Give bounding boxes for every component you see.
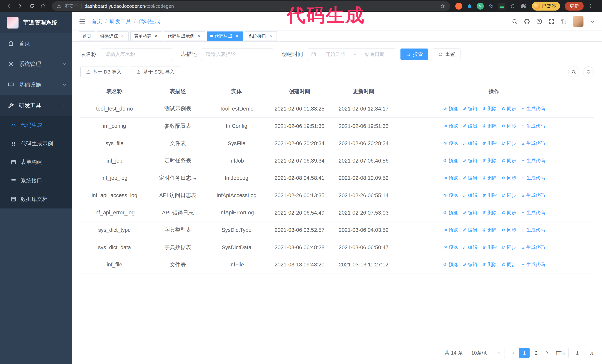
page-button[interactable]: 1	[519, 348, 530, 358]
view-tab[interactable]: 代码生成示例×	[164, 31, 205, 41]
edit-link[interactable]: 编辑	[463, 123, 477, 129]
view-tab[interactable]: 表单构建×	[130, 31, 162, 41]
help-icon[interactable]	[536, 18, 542, 25]
toggle-search-button[interactable]	[568, 66, 579, 77]
sidebar-subitem[interactable]: 数据库文档	[0, 190, 72, 208]
browser-reload-button[interactable]	[27, 1, 37, 11]
preview-link[interactable]: 预览	[443, 123, 458, 129]
delete-link[interactable]: 删除	[482, 123, 497, 129]
bookmark-star-icon[interactable]	[440, 3, 445, 9]
create-time-range-picker[interactable]: 开始日期 - 结束日期	[307, 49, 396, 60]
delete-link[interactable]: 删除	[482, 227, 497, 233]
preview-link[interactable]: 预览	[443, 227, 458, 233]
import-sql-button[interactable]: 基于 SQL 导入	[131, 66, 180, 77]
address-bar[interactable]: 不安全 dashboard.yudao.iocoder.cn/tool/code…	[52, 1, 450, 11]
preview-link[interactable]: 预览	[443, 140, 458, 146]
generate-code-link[interactable]: 生成代码	[521, 261, 545, 268]
edit-link[interactable]: 编辑	[463, 140, 477, 146]
close-icon[interactable]: ×	[120, 33, 125, 39]
edit-link[interactable]: 编辑	[463, 210, 477, 216]
sync-link[interactable]: 同步	[502, 227, 516, 233]
browser-home-button[interactable]	[39, 1, 48, 11]
delete-link[interactable]: 删除	[482, 261, 497, 268]
generate-code-link[interactable]: 生成代码	[521, 244, 545, 250]
preview-link[interactable]: 预览	[443, 175, 458, 181]
caret-down-icon[interactable]	[589, 18, 596, 25]
search-icon[interactable]	[512, 18, 518, 25]
profile-chip[interactable]: 已暂停	[532, 2, 560, 10]
page-button[interactable]: 2	[531, 348, 541, 358]
sync-link[interactable]: 同步	[502, 123, 516, 129]
sidebar-subitem[interactable]: 表单构建	[0, 153, 72, 171]
extensions-puzzle-icon[interactable]	[520, 3, 527, 10]
extension-icon[interactable]	[487, 3, 494, 10]
import-db-button[interactable]: 基于 DB 导入	[80, 66, 127, 77]
app-logo[interactable]: 芋道管理系统	[0, 12, 72, 33]
generate-code-link[interactable]: 生成代码	[521, 157, 545, 164]
delete-link[interactable]: 删除	[482, 175, 497, 181]
view-tab[interactable]: 链路追踪×	[97, 31, 129, 41]
sync-link[interactable]: 同步	[502, 105, 516, 112]
close-icon[interactable]: ×	[268, 33, 273, 39]
user-avatar[interactable]	[573, 16, 583, 27]
sync-link[interactable]: 同步	[502, 244, 516, 250]
sidebar-item[interactable]: 基础设施	[0, 74, 72, 95]
extension-icon[interactable]	[466, 3, 473, 10]
sync-link[interactable]: 同步	[502, 140, 516, 146]
edit-link[interactable]: 编辑	[463, 105, 477, 112]
github-icon[interactable]	[524, 18, 530, 25]
font-size-icon[interactable]	[560, 18, 567, 25]
view-tab[interactable]: 代码生成×	[207, 31, 243, 41]
browser-back-button[interactable]	[4, 1, 14, 11]
search-button[interactable]: 搜索	[400, 49, 428, 60]
table-desc-input[interactable]	[201, 49, 273, 60]
preview-link[interactable]: 预览	[443, 192, 458, 198]
sidebar-item[interactable]: 研发工具	[0, 95, 72, 116]
generate-code-link[interactable]: 生成代码	[521, 210, 545, 216]
generate-code-link[interactable]: 生成代码	[521, 123, 545, 129]
sidebar-subitem[interactable]: 系统接口	[0, 171, 72, 190]
extension-icon[interactable]	[498, 3, 505, 10]
fullscreen-icon[interactable]	[548, 18, 555, 25]
sidebar-subitem[interactable]: 代码生成示例	[0, 135, 72, 153]
view-tab[interactable]: 系统接口×	[245, 31, 277, 41]
table-name-input[interactable]	[101, 49, 173, 60]
extension-icon[interactable]: V	[477, 3, 484, 10]
reset-button[interactable]: 重置	[433, 49, 461, 60]
preview-link[interactable]: 预览	[443, 261, 458, 268]
delete-link[interactable]: 删除	[482, 157, 497, 164]
preview-link[interactable]: 预览	[443, 210, 458, 216]
delete-link[interactable]: 删除	[482, 192, 497, 198]
generate-code-link[interactable]: 生成代码	[521, 175, 545, 181]
preview-link[interactable]: 预览	[443, 105, 458, 112]
sync-link[interactable]: 同步	[502, 175, 516, 181]
edit-link[interactable]: 编辑	[463, 261, 477, 268]
refresh-table-button[interactable]	[583, 66, 594, 77]
extension-icon[interactable]	[509, 3, 516, 10]
browser-forward-button[interactable]	[16, 1, 25, 11]
edit-link[interactable]: 编辑	[463, 192, 477, 198]
sidebar-item[interactable]: 首页	[0, 33, 72, 54]
sidebar-item[interactable]: 系统管理	[0, 54, 72, 74]
edit-link[interactable]: 编辑	[463, 175, 477, 181]
delete-link[interactable]: 删除	[482, 105, 497, 112]
goto-page-input[interactable]	[569, 348, 586, 358]
delete-link[interactable]: 删除	[482, 140, 497, 146]
next-page-button[interactable]	[543, 348, 551, 358]
hamburger-menu-icon[interactable]	[78, 18, 86, 25]
extension-icon[interactable]	[455, 3, 462, 10]
browser-update-button[interactable]: 更新	[565, 2, 584, 10]
page-size-select[interactable]: 10条/页	[468, 348, 505, 358]
browser-menu-button[interactable]	[586, 1, 595, 11]
preview-link[interactable]: 预览	[443, 157, 458, 164]
generate-code-link[interactable]: 生成代码	[521, 227, 545, 233]
close-icon[interactable]: ×	[234, 33, 239, 39]
generate-code-link[interactable]: 生成代码	[521, 192, 545, 198]
generate-code-link[interactable]: 生成代码	[521, 105, 545, 112]
edit-link[interactable]: 编辑	[463, 227, 477, 233]
close-icon[interactable]: ×	[196, 33, 201, 39]
sidebar-subitem[interactable]: 代码生成	[0, 116, 72, 135]
generate-code-link[interactable]: 生成代码	[521, 140, 545, 146]
preview-link[interactable]: 预览	[443, 244, 458, 250]
view-tab[interactable]: 首页	[79, 31, 95, 41]
